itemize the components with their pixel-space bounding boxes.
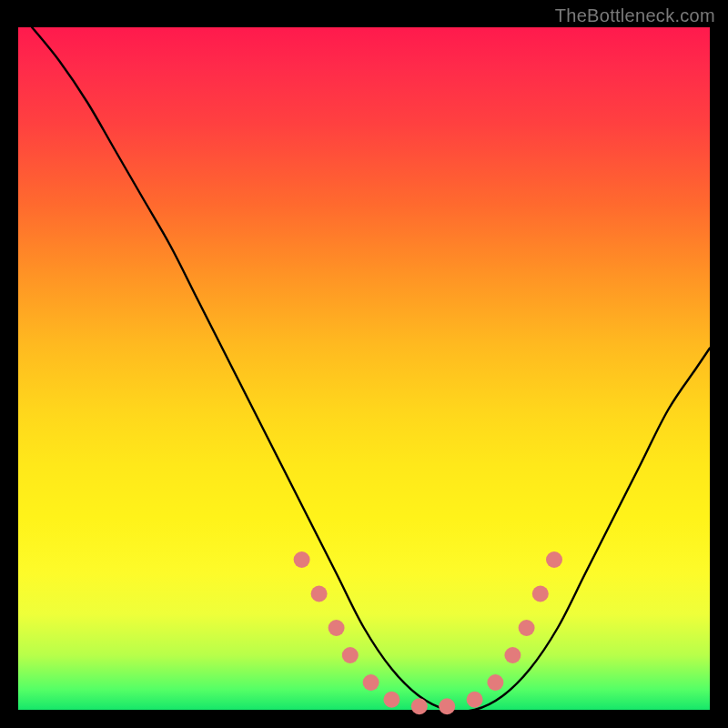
highlight-dot xyxy=(546,551,562,568)
highlight-dot xyxy=(439,698,455,714)
highlight-dot xyxy=(504,647,521,663)
highlight-dot xyxy=(411,698,428,714)
highlight-dot xyxy=(294,551,310,568)
highlight-dot xyxy=(311,586,328,602)
highlight-dot xyxy=(532,586,549,602)
plot-area xyxy=(18,27,710,710)
chart-frame: TheBottleneck.com xyxy=(0,0,728,728)
highlight-dot xyxy=(383,692,399,708)
highlight-dot xyxy=(487,674,503,691)
highlight-dot xyxy=(363,674,379,691)
bottleneck-curve xyxy=(32,27,710,712)
highlight-dots xyxy=(294,551,562,714)
watermark-text: TheBottleneck.com xyxy=(555,5,715,26)
highlight-dot xyxy=(342,647,359,663)
highlight-dot xyxy=(467,692,483,708)
curve-layer xyxy=(18,27,710,710)
highlight-dot xyxy=(519,620,535,636)
highlight-dot xyxy=(329,620,345,636)
